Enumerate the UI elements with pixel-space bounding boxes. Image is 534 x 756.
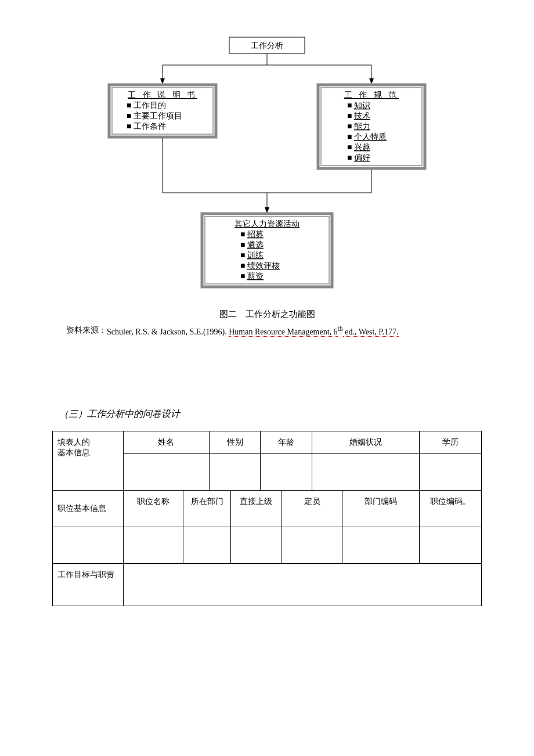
box-left-item-0: ■ 工作目的 — [127, 101, 166, 110]
table-row: 工作目标与职责 — [53, 564, 482, 606]
cell-position-code-value[interactable] — [419, 527, 481, 564]
cell-position-code: 职位编码。 — [419, 491, 481, 527]
source-plain: Schuler, R.S. & Jackson, S.E.(1996). — [107, 327, 229, 336]
section-3-heading: （三）工作分析中的问卷设计 — [59, 408, 482, 420]
box-left-item-2: ■ 工作条件 — [127, 122, 166, 131]
box-right-inner — [321, 88, 422, 165]
box-right-item-3: ■ 个人特质 — [347, 132, 387, 141]
box-left-title: 工 作 说 明 书 — [128, 91, 197, 99]
cell-education: 学历 — [419, 431, 481, 454]
box-right-item-1: ■ 技术 — [347, 111, 370, 120]
source-citation: 资料来源： Schuler, R.S. & Jackson, S.E.(1996… — [52, 323, 482, 339]
cell-department-value[interactable] — [183, 527, 230, 564]
diagram-svg: 工作分析 工 作 说 明 书 ■ 工作目的 ■ 主要工作项目 ■ 工作条件 工 … — [104, 35, 430, 300]
box-right-item-5: ■ 偏好 — [347, 153, 370, 162]
box-right-item-0: ■ 知识 — [347, 101, 370, 110]
figure-caption: 图二 工作分析之功能图 — [52, 309, 482, 320]
box-right-title: 工 作 规 范 — [344, 91, 399, 99]
cell-name-value[interactable] — [123, 454, 209, 491]
cell-position-name: 职位名称 — [123, 491, 183, 527]
box-bottom-item-0: ■ 招募 — [240, 230, 264, 239]
cell-goal-duty-value[interactable] — [123, 564, 481, 606]
cell-name: 姓名 — [123, 431, 209, 454]
cell-marital-value[interactable] — [312, 454, 420, 491]
source-end: ed., West, P.177. — [343, 327, 399, 337]
cell-position-info-label: 职位基本信息 — [53, 491, 124, 527]
flow-diagram: 工作分析 工 作 说 明 书 ■ 工作目的 ■ 主要工作项目 ■ 工作条件 工 … — [104, 35, 430, 300]
cell-gender: 性别 — [209, 431, 261, 454]
box-right-item-2: ■ 能力 — [347, 122, 370, 131]
cell-education-value[interactable] — [419, 454, 481, 491]
cell-position-name-value[interactable] — [123, 527, 183, 564]
box-left-item-1: ■ 主要工作项目 — [127, 111, 182, 120]
box-right-item-4: ■ 兴趣 — [347, 143, 370, 152]
cell-age-value[interactable] — [261, 454, 312, 491]
cell-goal-duty-label: 工作目标与职责 — [53, 564, 124, 606]
cell-marital: 婚姻状况 — [312, 431, 420, 454]
cell-age: 年龄 — [261, 431, 312, 454]
source-label: 资料来源： — [66, 323, 107, 339]
cell-dept-code-value[interactable] — [342, 527, 419, 564]
box-bottom-item-4: ■ 薪资 — [240, 272, 264, 280]
cell-position-info-blank[interactable] — [53, 527, 124, 564]
table-row: 填表人的 基本信息 姓名 性别 年龄 婚姻状况 学历 — [53, 431, 482, 454]
box-bottom-title: 其它人力资源活动 — [234, 219, 300, 228]
cell-department: 所在部门 — [183, 491, 230, 527]
table-row — [53, 527, 482, 564]
cell-gender-value[interactable] — [209, 454, 261, 491]
cell-basic-info-label: 填表人的 基本信息 — [53, 431, 124, 491]
cell-headcount: 定员 — [282, 491, 342, 527]
questionnaire-table: 填表人的 基本信息 姓名 性别 年龄 婚姻状况 学历 职位基本信息 职位名称 所… — [52, 431, 482, 606]
cell-supervisor: 直接上级 — [230, 491, 282, 527]
box-bottom-item-3: ■ 绩效评核 — [240, 261, 280, 270]
box-bottom-item-2: ■ 训练 — [240, 251, 264, 260]
box-top-title: 工作分析 — [251, 41, 283, 50]
cell-dept-code: 部门编码 — [342, 491, 419, 527]
source-underlined: Human Resource Management, 6 — [229, 327, 337, 337]
cell-headcount-value[interactable] — [282, 527, 342, 564]
box-bottom-item-1: ■ 遴选 — [240, 240, 264, 249]
source-body: Schuler, R.S. & Jackson, S.E.(1996). Hum… — [107, 323, 399, 339]
table-row: 职位基本信息 职位名称 所在部门 直接上级 定员 部门编码 职位编码。 — [53, 491, 482, 527]
source-sup: th — [338, 325, 343, 333]
cell-supervisor-value[interactable] — [230, 527, 282, 564]
